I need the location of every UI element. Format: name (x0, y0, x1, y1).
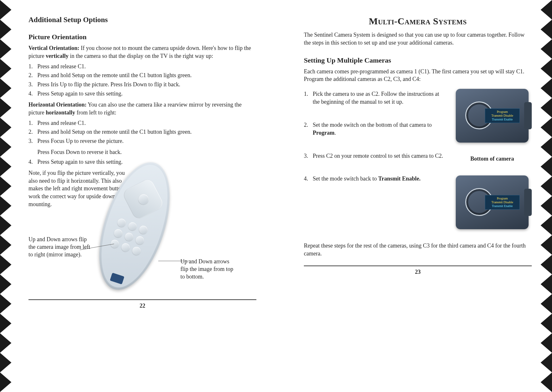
switch-enable-2: Transmit Enable (487, 204, 518, 208)
mc-step-1: 1.Pick the camera to use as C2. Follow t… (304, 90, 443, 106)
multi-camera-intro: The Sentinel Camera System is designed s… (304, 31, 532, 47)
footer-rule-right (304, 266, 532, 266)
camera-caption: Bottom of camera (470, 155, 514, 162)
h-step-4-text: Press Setup again to save this setting. (37, 159, 122, 165)
remote-diagram-block: Note, if you flip the picture vertically… (28, 169, 256, 296)
camera-images-column: Program Transmit Disable Transmit Enable… (453, 89, 532, 229)
h-step-3-sub: Press Focus Down to reverse it back. (37, 148, 256, 156)
mc-step-3-text: Press C2 on your remote control to set t… (313, 153, 443, 159)
switch-program-2: Program (487, 197, 518, 200)
v-step-1: 1.Press and release C1. (28, 63, 256, 70)
h-step-3-text: Press Focus Up to reverse the picture. (37, 138, 123, 144)
v-step-1-text: Press and release C1. (37, 63, 86, 70)
switch-disable-2: Transmit Disable (487, 200, 518, 204)
horizontal-lead: Horizontal Orientation: (28, 101, 86, 108)
mc-step-4-bold: Transmit Enable. (378, 175, 421, 182)
multi-camera-closing: Repeat these steps for the rest of the c… (304, 242, 532, 258)
camera-bottom-photo-1: Program Transmit Disable Transmit Enable (456, 89, 529, 143)
zigzag-border-left (0, 0, 11, 392)
mc-step-4-text: Set the mode switch back to (313, 175, 378, 182)
horizontal-tail: from left to right: (75, 109, 116, 116)
page-number-23: 23 (304, 269, 532, 275)
multi-camera-steps: 1.Pick the camera to use as C2. Follow t… (304, 90, 443, 183)
horizontal-orientation-paragraph: Horizontal Orientation: You can also use… (28, 101, 256, 117)
camera-switch-label-1: Program Transmit Disable Transmit Enable (485, 108, 520, 123)
page-23: Multi-Camera Systems The Sentinel Camera… (294, 9, 541, 383)
h-step-1: 1.Press and release C1. (28, 119, 256, 127)
horizontal-bold: horizontally (46, 109, 75, 116)
v-step-4: 4.Press Setup again to save this setting… (28, 90, 256, 98)
h-step-2: 2.Press and hold Setup on the remote unt… (28, 128, 256, 136)
horizontal-steps: 1.Press and release C1. 2.Press and hold… (28, 119, 256, 145)
caption-focus-arrows: Up and Down arrows flip the camera image… (28, 236, 92, 259)
mc-step-2-bold: Program (313, 130, 335, 136)
mc-step-2: 2.Set the mode switch on the bottom of t… (304, 121, 443, 137)
mc-step-1-text: Pick the camera to use as C2. Follow the… (313, 91, 439, 105)
mc-step-4: 4.Set the mode switch back to Transmit E… (304, 175, 443, 183)
v-step-3-text: Press Iris Up to flip the picture. Press… (37, 81, 180, 88)
vertical-orientation-paragraph: Vertical Orientation: If you choose not … (28, 44, 256, 60)
switch-program: Program (487, 110, 518, 114)
heading-picture-orientation: Picture Orientation (28, 33, 256, 41)
v-step-3: 3.Press Iris Up to flip the picture. Pre… (28, 81, 256, 89)
multi-camera-lead: Each camera comes pre-programmed as came… (304, 68, 532, 83)
mc-step-2-text: Set the mode switch on the bottom of tha… (313, 122, 432, 128)
multi-camera-steps-row: 1.Pick the camera to use as C2. Follow t… (304, 89, 532, 229)
heading-setting-up-multiple: Setting Up Multiple Cameras (304, 56, 532, 64)
heading-additional-setup: Additional Setup Options (28, 16, 256, 24)
h-step-2-text: Press and hold Setup on the remote until… (37, 129, 191, 135)
heading-multi-camera: Multi-Camera Systems (304, 16, 532, 27)
camera-bottom-photo-2: Program Transmit Disable Transmit Enable (456, 175, 529, 229)
mc-step-3: 3.Press C2 on your remote control to set… (304, 152, 443, 160)
switch-disable: Transmit Disable (487, 114, 518, 118)
vertical-lead: Vertical Orientation: (28, 45, 79, 51)
page-22: Additional Setup Options Picture Orienta… (19, 9, 266, 383)
v-step-4-text: Press Setup again to save this setting. (37, 90, 122, 97)
vertical-tail: in the camera so that the display on the… (68, 53, 213, 59)
vertical-steps: 1.Press and release C1. 2.Press and hold… (28, 63, 256, 98)
h-step-3: 3.Press Focus Up to reverse the picture. (28, 137, 256, 145)
page-number-22: 22 (28, 303, 256, 309)
footer-rule (28, 299, 256, 300)
zigzag-border-right (541, 0, 552, 392)
v-step-2-text: Press and hold Setup on the remote until… (37, 72, 191, 78)
v-step-2: 2.Press and hold Setup on the remote unt… (28, 71, 256, 79)
camera-switch-label-2: Program Transmit Disable Transmit Enable (485, 195, 520, 210)
vertical-bold: vertically (46, 53, 68, 59)
h-step-1-text: Press and release C1. (37, 120, 86, 126)
caption-iris-arrows: Up and Down arrows flip the image from t… (180, 258, 237, 281)
switch-enable: Transmit Enable (487, 118, 518, 121)
